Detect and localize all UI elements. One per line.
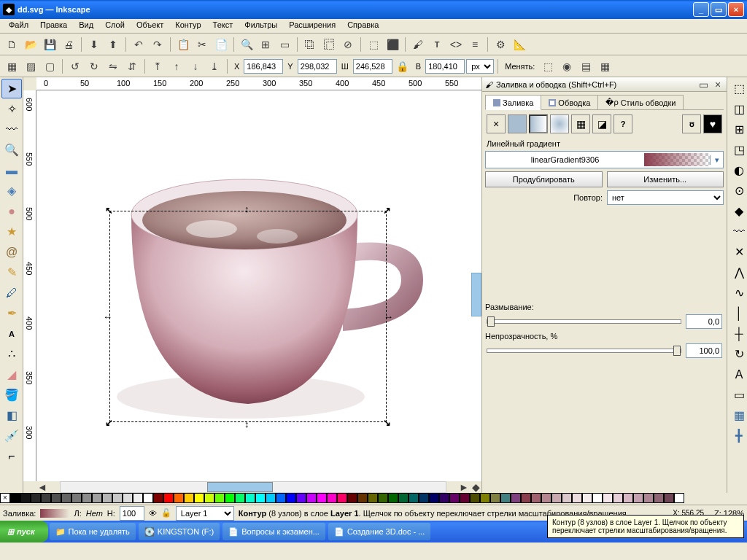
snap-center-button[interactable]: ⊙ <box>729 181 747 201</box>
swatch-26[interactable] <box>276 493 286 503</box>
docprops-button[interactable]: 📐 <box>511 36 528 53</box>
fill-unknown-button[interactable]: ? <box>614 114 632 133</box>
snap-smooth-button[interactable]: ∿ <box>729 283 747 303</box>
snap-object-mid-button[interactable]: ┼ <box>729 324 747 343</box>
calligraphy-tool[interactable]: ✒ <box>1 303 22 323</box>
repeat-select[interactable]: нет <box>607 190 724 205</box>
menu-path[interactable]: Контур <box>169 19 206 33</box>
raise-top-button[interactable]: ⤒ <box>149 58 166 75</box>
print-button[interactable]: 🖨 <box>60 36 77 53</box>
color-palette[interactable]: × <box>0 493 747 505</box>
fill-nonzero-button[interactable]: ♥ <box>703 114 722 133</box>
fill-swatch[interactable] <box>40 509 69 518</box>
swatch-37[interactable] <box>388 493 398 503</box>
swatch-54[interactable] <box>562 493 572 503</box>
dock-close-button[interactable]: × <box>712 79 724 90</box>
swatch-62[interactable] <box>643 493 654 503</box>
snap-intersect-button[interactable]: ✕ <box>729 242 747 262</box>
menu-extensions[interactable]: Расширения <box>283 19 341 33</box>
palette-menu-icon[interactable]: ◆ <box>470 481 481 493</box>
gradient-select[interactable]: linearGradient9306 ▾ <box>485 151 724 168</box>
lower-bottom-button[interactable]: ⤓ <box>206 58 223 75</box>
status-opacity-input[interactable] <box>120 506 144 521</box>
connector-tool[interactable]: ⌐ <box>1 446 22 466</box>
stroke-value[interactable]: Нет <box>86 509 103 518</box>
swatch-16[interactable] <box>174 493 184 503</box>
open-button[interactable]: 📂 <box>22 36 39 53</box>
raise-button[interactable]: ↑ <box>168 58 185 75</box>
star-tool[interactable]: ★ <box>1 222 22 241</box>
swatch-55[interactable] <box>572 493 582 503</box>
swatch-44[interactable] <box>460 493 470 503</box>
unlink-button[interactable]: ⊘ <box>339 36 357 53</box>
handle-s[interactable]: ↕ <box>244 419 249 429</box>
swatch-65[interactable] <box>674 493 684 503</box>
swatch-50[interactable] <box>521 493 531 503</box>
fill-pattern-button[interactable]: ▦ <box>571 114 590 133</box>
swatch-34[interactable] <box>357 493 368 503</box>
swatch-49[interactable] <box>511 493 521 503</box>
menu-text[interactable]: Текст <box>207 19 239 33</box>
3dbox-tool[interactable]: ◈ <box>1 181 22 201</box>
tweak-tool[interactable]: 〰 <box>1 120 22 139</box>
snap-page-button[interactable]: ▭ <box>729 385 747 405</box>
snap-enable-button[interactable]: ⬚ <box>729 79 747 98</box>
swatch-52[interactable] <box>541 493 551 503</box>
handle-n[interactable]: ↕ <box>244 203 249 214</box>
select-tool[interactable]: ➤ <box>1 79 22 98</box>
handle-sw[interactable]: ↙ <box>105 417 113 428</box>
fill-flat-button[interactable] <box>508 114 527 133</box>
swatch-none[interactable]: × <box>0 493 10 503</box>
rotate-cw-button[interactable]: ↻ <box>85 58 103 75</box>
handle-e[interactable]: ↔ <box>384 311 393 322</box>
handle-w[interactable]: ↔ <box>103 311 112 322</box>
menu-help[interactable]: Справка <box>341 19 384 33</box>
swatch-30[interactable] <box>317 493 327 503</box>
zoom-tool[interactable]: 🔍 <box>1 140 22 160</box>
swatch-31[interactable] <box>327 493 337 503</box>
flip-v-button[interactable]: ⇵ <box>123 58 141 75</box>
tab-stroke[interactable]: Обводка <box>541 95 598 109</box>
swatch-28[interactable] <box>296 493 306 503</box>
swatch-32[interactable] <box>337 493 347 503</box>
swatch-39[interactable] <box>409 493 419 503</box>
swatch-29[interactable] <box>306 493 317 503</box>
snap-guide-button[interactable]: ╋ <box>729 426 747 446</box>
close-button[interactable]: × <box>728 2 744 17</box>
swatch-23[interactable] <box>245 493 255 503</box>
swatch-58[interactable] <box>603 493 613 503</box>
clone-button[interactable]: ⿸ <box>320 36 338 53</box>
text-dialog-button[interactable]: T <box>428 36 446 53</box>
dropper-tool[interactable]: 💉 <box>1 426 22 446</box>
duplicate-button[interactable]: ⿻ <box>301 36 319 53</box>
eraser-tool[interactable]: ◢ <box>1 365 22 384</box>
prefs-button[interactable]: ⚙ <box>492 36 509 53</box>
swatch-61[interactable] <box>633 493 643 503</box>
swatch-56[interactable] <box>582 493 592 503</box>
redo-button[interactable]: ↷ <box>149 36 166 53</box>
dock-minimize-button[interactable]: ▭ <box>697 79 709 90</box>
swatch-45[interactable] <box>470 493 480 503</box>
swatch-2[interactable] <box>31 493 41 503</box>
cut-button[interactable]: ✂ <box>193 36 211 53</box>
affect-stroke-button[interactable]: ⬚ <box>539 58 557 75</box>
deselect-button[interactable]: ▢ <box>41 58 58 75</box>
eye-icon[interactable]: 👁 <box>149 509 157 518</box>
horizontal-scrollbar[interactable]: ◄ ► ◆ <box>36 481 481 493</box>
swatch-40[interactable] <box>419 493 429 503</box>
align-dialog-button[interactable]: ≡ <box>466 36 484 53</box>
swatch-60[interactable] <box>623 493 633 503</box>
snap-path-button[interactable]: 〰 <box>729 222 747 241</box>
layer-select[interactable]: Layer 1 <box>176 506 234 521</box>
affect-pattern-button[interactable]: ▦ <box>596 58 614 75</box>
opacity-slider[interactable] <box>487 349 681 353</box>
swatch-64[interactable] <box>664 493 674 503</box>
new-button[interactable]: 🗋 <box>3 36 20 53</box>
swatch-48[interactable] <box>500 493 511 503</box>
swatch-63[interactable] <box>654 493 664 503</box>
swatch-5[interactable] <box>61 493 71 503</box>
menu-filters[interactable]: Фильтры <box>239 19 283 33</box>
menu-object[interactable]: Объект <box>131 19 169 33</box>
fill-linear-button[interactable] <box>529 114 548 133</box>
swatch-25[interactable] <box>266 493 276 503</box>
